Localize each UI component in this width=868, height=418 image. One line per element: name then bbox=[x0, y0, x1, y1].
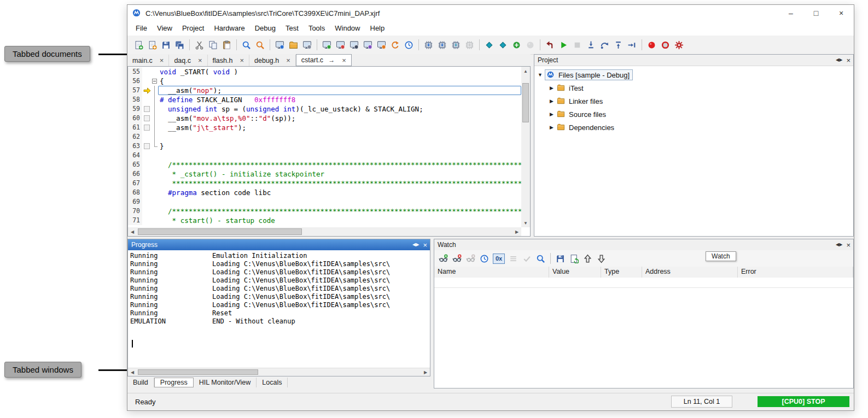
menu-test[interactable]: Test bbox=[281, 21, 304, 36]
menu-debug[interactable]: Debug bbox=[250, 21, 281, 36]
view-variables-button[interactable] bbox=[362, 39, 374, 51]
save-button[interactable] bbox=[160, 39, 172, 51]
code-line[interactable]: 63} bbox=[128, 142, 521, 151]
breakpoint-button[interactable] bbox=[659, 39, 672, 51]
gutter-marker[interactable] bbox=[142, 104, 152, 114]
tree-item-linker-files[interactable]: ▶Linker files bbox=[534, 95, 853, 108]
scroll-up-icon[interactable]: ▲ bbox=[521, 67, 530, 75]
scroll-right-icon[interactable]: ▶ bbox=[512, 227, 521, 236]
column-header-error[interactable]: Error bbox=[738, 267, 853, 278]
view-sfr-button[interactable] bbox=[348, 39, 360, 51]
view-profiler-button[interactable] bbox=[389, 39, 401, 51]
editor-vertical-scrollbar[interactable]: ▲ ▼ bbox=[521, 67, 530, 227]
code-line[interactable]: 59 unsigned int sp = (unsigned int)(_lc_… bbox=[128, 104, 521, 114]
run-until-button[interactable] bbox=[626, 39, 638, 51]
save-all-button[interactable] bbox=[173, 39, 186, 51]
watch-empty-row[interactable] bbox=[434, 278, 853, 288]
menu-hardware[interactable]: Hardware bbox=[209, 21, 249, 36]
new-file-button[interactable] bbox=[132, 39, 145, 51]
maximize-button[interactable]: □ bbox=[803, 5, 829, 21]
menu-project[interactable]: Project bbox=[177, 21, 209, 36]
add-watch-button[interactable] bbox=[437, 252, 450, 265]
code-line[interactable]: 64 bbox=[128, 151, 521, 160]
profile-run-button[interactable] bbox=[673, 39, 685, 51]
column-header-address[interactable]: Address bbox=[642, 267, 738, 278]
code-line[interactable]: 56{ bbox=[128, 76, 521, 86]
flash-program-button[interactable] bbox=[463, 39, 476, 51]
code-line[interactable]: 57 __asm("nop"); bbox=[128, 86, 521, 95]
window-tab-locals[interactable]: Locals bbox=[257, 378, 288, 387]
close-icon[interactable]: × bbox=[286, 57, 290, 64]
progress-log[interactable]: RunningEmulation InitializationRunningLo… bbox=[128, 250, 430, 368]
close-panel-icon[interactable]: × bbox=[846, 57, 850, 64]
doc-tab-debug-h[interactable]: debug.h× bbox=[249, 55, 296, 66]
attach-button[interactable] bbox=[483, 39, 496, 51]
dock-toggle-icon[interactable]: ◀▶ bbox=[836, 58, 842, 62]
code-line[interactable]: 58# define STACK_ALIGN 0xfffffff8 bbox=[128, 95, 521, 104]
code-line[interactable]: 69 bbox=[128, 197, 521, 207]
editor-horizontal-scrollbar[interactable]: ◀ ▶ bbox=[128, 227, 521, 236]
fold-marker[interactable] bbox=[152, 76, 158, 86]
close-button[interactable]: × bbox=[829, 5, 854, 21]
scroll-left-icon[interactable]: ◀ bbox=[128, 368, 137, 376]
column-header-name[interactable]: Name bbox=[434, 267, 549, 278]
column-header-type[interactable]: Type bbox=[601, 267, 642, 278]
open-file-button[interactable] bbox=[146, 39, 159, 51]
remove-watch-button[interactable] bbox=[451, 252, 463, 265]
modify-value-button[interactable] bbox=[507, 252, 520, 265]
scrollbar-thumb[interactable] bbox=[138, 228, 302, 235]
close-icon[interactable]: × bbox=[342, 57, 346, 64]
load-symbols-button[interactable] bbox=[436, 39, 448, 51]
find-in-files-button[interactable] bbox=[254, 39, 266, 51]
pin-icon[interactable]: → bbox=[328, 57, 335, 63]
code-line[interactable]: 65 /************************************… bbox=[128, 160, 521, 169]
close-panel-icon[interactable]: × bbox=[846, 242, 850, 249]
hex-display-toggle[interactable]: 0x bbox=[493, 254, 505, 264]
code-line[interactable]: 55void _START( void ) bbox=[128, 67, 521, 76]
scrollbar-thumb[interactable] bbox=[138, 369, 258, 375]
code-line[interactable]: 68 #pragma section code libc bbox=[128, 188, 521, 197]
tree-item-dependencies[interactable]: ▶Dependencies bbox=[534, 121, 853, 134]
scroll-right-icon[interactable]: ▶ bbox=[421, 368, 430, 376]
step-out-button[interactable] bbox=[612, 39, 625, 51]
window-tab-build[interactable]: Build bbox=[127, 378, 154, 387]
download-code-button[interactable] bbox=[422, 39, 435, 51]
scroll-left-icon[interactable]: ◀ bbox=[128, 227, 137, 236]
code-line[interactable]: 66 * _cstart() - initialize stackpointer bbox=[128, 169, 521, 179]
code-line[interactable]: 61 __asm("j\t_start"); bbox=[128, 123, 521, 132]
window-tab-hil-monitor-view[interactable]: HIL Monitor/View bbox=[194, 378, 257, 387]
code-line[interactable]: 62 bbox=[128, 132, 521, 142]
close-icon[interactable]: × bbox=[160, 57, 164, 64]
dock-toggle-icon[interactable]: ◀▶ bbox=[836, 243, 842, 247]
view-memory-button[interactable] bbox=[334, 39, 347, 51]
chevron-right-icon[interactable]: ▶ bbox=[550, 85, 557, 91]
update-interval-button[interactable] bbox=[478, 252, 491, 265]
step-over-button[interactable] bbox=[598, 39, 611, 51]
tree-item-itest[interactable]: ▶iTest bbox=[534, 81, 853, 95]
step-into-button[interactable] bbox=[585, 39, 597, 51]
paste-button[interactable] bbox=[220, 39, 233, 51]
code-line[interactable]: 71 * cstart() - startup code bbox=[128, 216, 521, 225]
menu-tools[interactable]: Tools bbox=[304, 21, 330, 36]
doc-tab-cstart-c[interactable]: cstart.c→× bbox=[296, 54, 352, 66]
dock-toggle-icon[interactable]: ◀▶ bbox=[412, 243, 419, 247]
cut-button[interactable] bbox=[193, 39, 206, 51]
stop-button[interactable] bbox=[571, 39, 584, 51]
hardware-options-button[interactable] bbox=[301, 39, 313, 51]
chevron-right-icon[interactable]: ▶ bbox=[550, 125, 557, 130]
download-button[interactable] bbox=[273, 39, 286, 51]
doc-tab-flash-h[interactable]: flash.h× bbox=[208, 55, 249, 66]
view-trace-button[interactable] bbox=[403, 39, 415, 51]
code-line[interactable]: 70 /************************************… bbox=[128, 207, 521, 216]
chevron-down-icon[interactable]: ▼ bbox=[538, 72, 545, 78]
gutter-marker[interactable] bbox=[142, 142, 152, 151]
detach-button[interactable] bbox=[497, 39, 509, 51]
window-tab-progress[interactable]: Progress bbox=[154, 378, 194, 387]
scrollbar-thumb[interactable] bbox=[522, 83, 529, 122]
accept-value-button[interactable] bbox=[521, 252, 533, 265]
tree-item-source-files[interactable]: ▶Source files bbox=[534, 108, 853, 121]
column-header-value[interactable]: Value bbox=[549, 267, 601, 278]
record-button[interactable] bbox=[645, 39, 658, 51]
save-watches-button[interactable] bbox=[554, 252, 567, 265]
find-symbol-button[interactable] bbox=[534, 252, 547, 265]
